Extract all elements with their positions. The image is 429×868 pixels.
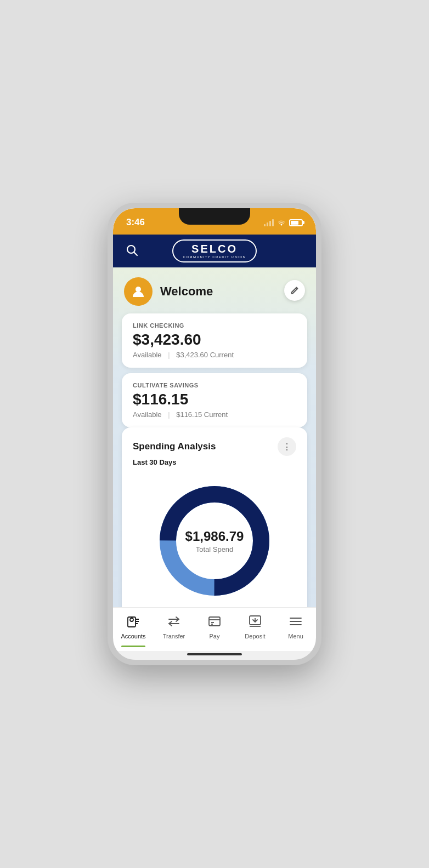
- account-balance-checking: $3,423.60: [133, 331, 296, 349]
- status-time: 3:46: [126, 217, 145, 228]
- deposit-nav-label: Deposit: [245, 633, 265, 639]
- separator-savings: |: [168, 410, 170, 419]
- home-indicator: [113, 651, 316, 660]
- app-header: SELCO COMMUNITY CREDIT UNION: [113, 235, 316, 267]
- logo-name: SELCO: [191, 243, 238, 254]
- status-icons: [264, 218, 303, 227]
- phone-frame: 3:46: [108, 203, 321, 665]
- avatar: [124, 277, 153, 306]
- spending-analysis-card: Spending Analysis ⋮ Last 30 Days: [122, 427, 307, 607]
- spending-title: Spending Analysis: [133, 441, 216, 452]
- account-card-checking[interactable]: LINK CHECKING $3,423.60 Available | $3,4…: [122, 313, 307, 368]
- nav-item-accounts[interactable]: Accounts: [113, 612, 154, 642]
- nav-active-indicator: [121, 646, 145, 647]
- nav-item-menu[interactable]: Menu: [275, 612, 316, 642]
- svg-point-7: [130, 618, 133, 621]
- svg-rect-13: [209, 617, 220, 626]
- wifi-icon: [277, 218, 286, 227]
- donut-label: Total Spend: [196, 545, 234, 553]
- svg-line-1: [134, 252, 138, 255]
- more-options-button[interactable]: ⋮: [278, 437, 296, 456]
- available-label-checking: Available: [133, 351, 162, 359]
- welcome-greeting: Welcome: [160, 284, 213, 299]
- account-type-savings: CULTIVATE SAVINGS: [133, 382, 296, 389]
- welcome-section: Welcome: [113, 267, 316, 313]
- account-balance-savings: $116.15: [133, 391, 296, 408]
- accounts-nav-label: Accounts: [121, 633, 145, 639]
- account-type-checking: LINK CHECKING: [133, 322, 296, 329]
- accounts-container: LINK CHECKING $3,423.60 Available | $3,4…: [113, 313, 316, 427]
- nav-item-transfer[interactable]: Transfer: [154, 612, 194, 642]
- search-button[interactable]: [124, 242, 140, 260]
- transfer-icon: [167, 614, 181, 631]
- signal-icon: [264, 219, 274, 226]
- menu-nav-label: Menu: [288, 633, 303, 639]
- logo-container: SELCO COMMUNITY CREDIT UNION: [140, 239, 289, 262]
- home-bar: [187, 653, 242, 655]
- nav-item-deposit[interactable]: Deposit: [235, 612, 275, 642]
- logo-oval: SELCO COMMUNITY CREDIT UNION: [172, 239, 257, 262]
- current-label-savings-text: Current: [204, 410, 228, 419]
- accounts-icon: [126, 614, 140, 631]
- current-amount-savings: $116.15: [176, 410, 202, 419]
- edit-button[interactable]: [284, 280, 305, 301]
- logo-subtitle: COMMUNITY CREDIT UNION: [183, 255, 246, 259]
- main-content: Welcome LINK CHECKING $3,423.60 Availabl…: [113, 267, 316, 607]
- pay-nav-label: Pay: [210, 633, 220, 639]
- donut-center: $1,986.79 Total Spend: [185, 529, 244, 553]
- svg-point-2: [136, 287, 141, 292]
- bottom-nav: Accounts Transfer: [113, 607, 316, 651]
- spending-period: Last 30 Days: [133, 458, 296, 466]
- account-card-savings[interactable]: CULTIVATE SAVINGS $116.15 Available | $1…: [122, 373, 307, 427]
- menu-icon: [289, 614, 303, 631]
- battery-icon: [289, 219, 303, 226]
- account-details-savings: Available | $116.15 Current: [133, 410, 296, 419]
- separator: |: [168, 351, 170, 359]
- nav-item-pay[interactable]: Pay: [194, 612, 235, 642]
- spending-header: Spending Analysis ⋮: [133, 437, 296, 456]
- account-details-checking: Available | $3,423.60 Current: [133, 351, 296, 359]
- transfer-nav-label: Transfer: [163, 633, 185, 639]
- deposit-icon: [248, 614, 262, 631]
- donut-amount: $1,986.79: [185, 529, 244, 544]
- available-label-savings: Available: [133, 410, 162, 419]
- current-label-checking-text: Current: [210, 351, 234, 359]
- donut-chart-container: $1,986.79 Total Spend: [133, 475, 296, 607]
- pay-icon: [207, 614, 222, 631]
- notch: [179, 208, 250, 225]
- current-amount-checking: $3,423.60: [176, 351, 208, 359]
